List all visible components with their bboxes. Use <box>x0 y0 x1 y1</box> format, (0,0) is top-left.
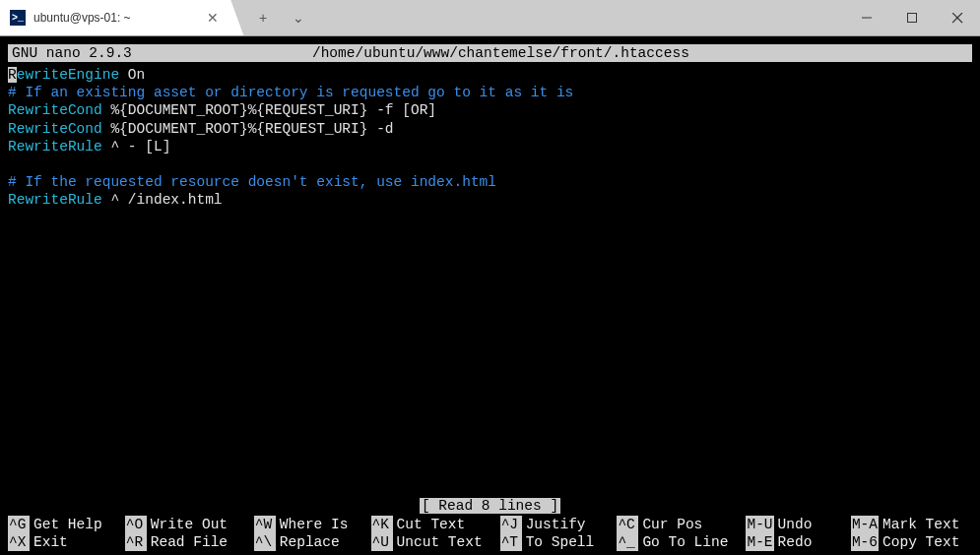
shortcut-item: ^UUncut Text <box>371 533 492 551</box>
nano-comment: # If the requested resource doesn't exis… <box>8 174 496 190</box>
editor-line <box>8 155 972 173</box>
maximize-button[interactable] <box>889 2 935 33</box>
shortcut-item: M-6Copy Text <box>851 533 972 551</box>
nano-filename: /home/ubuntu/www/chantemelse/front/.htac… <box>152 44 850 62</box>
nano-status-line: [ Read 8 lines ] <box>8 497 972 515</box>
shortcut-item: ^XExit <box>8 533 117 551</box>
shortcut-label: Redo <box>778 533 813 551</box>
window-controls <box>844 0 980 35</box>
nano-version: GNU nano 2.9.3 <box>12 44 152 62</box>
shortcut-key: ^G <box>8 516 30 533</box>
editor-line: # If the requested resource doesn't exis… <box>8 173 972 191</box>
shortcut-key: M-A <box>851 516 879 533</box>
minimize-button[interactable] <box>844 2 889 33</box>
minimize-icon <box>862 13 872 23</box>
shortcut-key: ^\ <box>254 533 276 551</box>
editor-content[interactable]: RewriteEngine On # If an existing asset … <box>8 64 972 497</box>
shortcut-item: ^RRead File <box>125 533 246 551</box>
editor-line: RewriteCond %{DOCUMENT_ROOT}%{REQUEST_UR… <box>8 101 972 119</box>
editor-line: RewriteRule ^ - [L] <box>8 138 972 155</box>
shortcut-label: Exit <box>33 533 68 551</box>
editor-line: RewriteEngine On <box>8 66 972 84</box>
nano-keyword: RewriteRule <box>8 139 102 154</box>
shortcut-label: Where Is <box>280 516 349 533</box>
shortcut-item: ^WWhere Is <box>254 516 363 533</box>
shortcut-key: M-6 <box>851 533 879 551</box>
close-tab-icon[interactable]: ✕ <box>203 10 223 26</box>
shortcut-label: To Spell <box>526 533 595 551</box>
shortcut-item: ^JJustify <box>500 516 610 533</box>
shortcut-key: ^R <box>125 533 147 551</box>
shortcut-label: Go To Line <box>642 533 728 551</box>
editor-line: RewriteCond %{DOCUMENT_ROOT}%{REQUEST_UR… <box>8 120 972 138</box>
nano-keyword: RewriteCond <box>8 121 102 137</box>
new-tab-button[interactable]: + <box>247 2 279 33</box>
nano-header-spacer <box>850 44 968 62</box>
close-icon <box>952 13 963 24</box>
powershell-icon: >_ <box>10 10 26 26</box>
shortcut-key: ^X <box>8 533 30 551</box>
svg-rect-1 <box>908 14 917 23</box>
shortcut-label: Copy Text <box>882 533 959 551</box>
shortcut-item: ^CCur Pos <box>617 516 738 533</box>
terminal-viewport[interactable]: GNU nano 2.9.3 /home/ubuntu/www/chanteme… <box>0 36 980 555</box>
shortcut-label: Read File <box>151 533 228 551</box>
titlebar-spacer <box>314 0 844 35</box>
nano-comment: # If an existing asset or directory is r… <box>8 85 573 100</box>
shortcut-label: Undo <box>778 516 813 533</box>
shortcut-key: ^_ <box>617 533 638 551</box>
shortcut-item: M-ERedo <box>746 533 842 551</box>
editor-line: RewriteRule ^ /index.html <box>8 191 972 209</box>
shortcut-item: M-UUndo <box>746 516 842 533</box>
shortcut-label: Get Help <box>33 516 102 533</box>
nano-text: %{DOCUMENT_ROOT}%{REQUEST_URI} -d <box>102 121 394 137</box>
editor-line: # If an existing asset or directory is r… <box>8 84 972 101</box>
cursor: R <box>8 67 17 83</box>
shortcut-label: Replace <box>280 533 340 551</box>
shortcut-item: M-AMark Text <box>851 516 972 533</box>
tab-controls: + ⌄ <box>231 0 314 35</box>
shortcut-item: ^TTo Spell <box>500 533 610 551</box>
shortcut-label: Cut Text <box>397 516 466 533</box>
nano-text: ^ - [L] <box>102 139 171 154</box>
shortcut-item: ^OWrite Out <box>125 516 246 533</box>
tab-title: ubuntu@vps-01: ~ <box>33 11 195 25</box>
shortcut-item: ^KCut Text <box>371 516 492 533</box>
nano-status-text: [ Read 8 lines ] <box>420 498 560 514</box>
window-titlebar: >_ ubuntu@vps-01: ~ ✕ + ⌄ <box>0 0 980 36</box>
nano-keyword: RewriteCond <box>8 102 102 118</box>
shortcut-key: M-U <box>746 516 773 533</box>
shortcut-key: ^T <box>500 533 522 551</box>
shortcut-label: Justify <box>526 516 586 533</box>
nano-shortcuts: ^GGet Help^OWrite Out^WWhere Is^KCut Tex… <box>8 515 972 551</box>
shortcut-label: Uncut Text <box>397 533 483 551</box>
shortcut-key: ^J <box>500 516 522 533</box>
shortcut-label: Write Out <box>151 516 228 533</box>
nano-titlebar: GNU nano 2.9.3 /home/ubuntu/www/chanteme… <box>8 44 972 62</box>
nano-keyword: RewriteRule <box>8 192 102 208</box>
close-window-button[interactable] <box>935 2 980 33</box>
shortcut-label: Cur Pos <box>642 516 702 533</box>
nano-text: %{DOCUMENT_ROOT}%{REQUEST_URI} -f [OR] <box>102 102 436 118</box>
shortcut-key: ^W <box>254 516 276 533</box>
tab-dropdown-button[interactable]: ⌄ <box>283 2 314 33</box>
shortcut-key: M-E <box>746 533 773 551</box>
shortcut-key: ^O <box>125 516 147 533</box>
maximize-icon <box>907 13 917 23</box>
shortcut-item: ^\Replace <box>254 533 363 551</box>
terminal-tab[interactable]: >_ ubuntu@vps-01: ~ ✕ <box>0 0 231 35</box>
shortcut-key: ^K <box>371 516 393 533</box>
shortcut-item: ^_Go To Line <box>617 533 738 551</box>
shortcut-key: ^U <box>371 533 393 551</box>
shortcut-item: ^GGet Help <box>8 516 117 533</box>
nano-text: ^ /index.html <box>102 192 223 208</box>
nano-keyword: ewriteEngine <box>17 67 119 83</box>
shortcut-key: ^C <box>617 516 638 533</box>
nano-text: On <box>119 67 145 83</box>
shortcut-label: Mark Text <box>882 516 959 533</box>
